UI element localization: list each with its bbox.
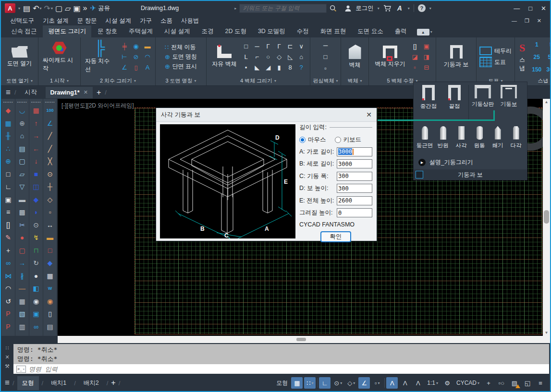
spline-icon[interactable]: ◡ [16, 104, 28, 117]
ribbon-item[interactable]: ∷전체 이동 [165, 43, 197, 51]
ribbon-tab[interactable]: 시설 설계 [159, 25, 195, 37]
ribbon-tab[interactable]: 2D 도형 [220, 25, 251, 37]
minimize-button[interactable]: — [514, 5, 520, 12]
wall-circle-icon[interactable]: ○ [263, 52, 273, 62]
ribbon-tab[interactable]: 3D 모델링 [253, 25, 291, 37]
object-snap-icon[interactable]: ▫▾ [371, 377, 383, 389]
wall-delete-icon[interactable]: ▣ [2, 193, 14, 206]
ok-button[interactable]: 확인 [320, 231, 351, 242]
maximize-button[interactable]: □ [528, 5, 532, 12]
ribbon-tab[interactable]: 문 창호 [92, 25, 122, 37]
field-input[interactable]: 2600 [337, 196, 372, 205]
circle-icon[interactable]: ⊕ [16, 117, 28, 130]
search-icon[interactable] [330, 5, 337, 12]
undo-icon[interactable]: ↶▾ [33, 4, 41, 13]
new-layout-button[interactable]: + [111, 379, 115, 387]
save-icon[interactable]: ▤ [23, 4, 30, 13]
polar-tracking-icon[interactable]: ⊙▾ [332, 377, 344, 389]
file-tabs-menu-icon[interactable]: ≡ [6, 88, 11, 97]
help-icon[interactable]: ? [418, 4, 426, 12]
flyout-item[interactable]: 기둥상판 [470, 85, 496, 108]
node-snap-icon[interactable]: ┼ [44, 180, 56, 193]
snap-angle-icon[interactable]: ∠ [358, 377, 370, 389]
status-layout-menu-icon[interactable]: ≡ [5, 378, 10, 388]
clean-screen-icon[interactable]: ◱ [522, 377, 533, 389]
panel-label[interactable]: 도면 열기▾ [1, 76, 38, 85]
rotate-icon[interactable]: ↺ [2, 295, 14, 308]
annotation-visibility-icon[interactable]: Λ [386, 377, 398, 389]
ribbon-item[interactable]: 도표 [479, 57, 512, 67]
ribbon-tab[interactable]: 주택설계 [123, 25, 158, 37]
rect-wall-icon[interactable]: □ [2, 168, 14, 181]
angle-snap-icon[interactable]: ∠ [44, 117, 56, 130]
panel-label[interactable]: 2 치수 그리기▾ [81, 76, 155, 85]
cart-icon[interactable] [383, 5, 392, 12]
blue-cube-icon[interactable]: ◆ [44, 257, 56, 270]
tab-start[interactable]: 시작 [20, 86, 42, 99]
user-icon[interactable] [344, 5, 352, 12]
ribbon-tab[interactable]: 조경 [196, 25, 219, 37]
clip-rect-icon[interactable]: ▢ [16, 244, 28, 257]
red-frame-icon[interactable]: □ [44, 244, 56, 257]
move-icon[interactable]: + [2, 244, 14, 257]
ribbon-tab[interactable]: 수정 [292, 25, 314, 37]
wall-rect-icon[interactable]: □ [241, 42, 251, 51]
hscroll-thumb[interactable] [296, 338, 306, 341]
redo-icon[interactable]: ↷▾ [44, 4, 53, 13]
wall-u-icon[interactable]: ⊏ [285, 42, 295, 51]
isometric-drafting-icon[interactable]: ◇▾ [345, 377, 357, 389]
wall-diag-icon[interactable]: ⌐ [252, 52, 262, 62]
snap-button[interactable]: S 스냅 [517, 42, 527, 72]
dim-area-icon[interactable]: ◉ [131, 42, 141, 51]
midpoint-snap-icon[interactable]: ╱ [44, 143, 56, 155]
cycad-start-icon[interactable]: ◆ [2, 104, 14, 117]
horizontal-scrollbar[interactable] [1, 336, 550, 343]
dim-horizontal-icon[interactable]: ↔ [44, 219, 56, 232]
field-input[interactable]: 0 [337, 208, 372, 217]
new-drawing-icon[interactable]: ▢ [55, 4, 62, 13]
copy-solid-icon[interactable]: ▱ [16, 168, 28, 181]
wall-button[interactable]: 벽체 [347, 45, 363, 69]
ecc-line-icon[interactable]: ─ [323, 41, 328, 50]
free-wall-icon[interactable]: ∟ [2, 180, 14, 193]
login-caret-icon[interactable]: ▾ [378, 6, 380, 11]
dim-linear-icon[interactable]: ⊢ [119, 52, 130, 62]
column-beam-button[interactable]: 기둥과 보 [442, 45, 470, 69]
flyout-column-type[interactable]: 쐐기 [489, 126, 507, 156]
dim-angle-icon[interactable]: ∠ [119, 63, 130, 72]
flyout-column-type[interactable]: 둥근면 [416, 126, 434, 156]
wall-tri3-icon[interactable]: ◢ [263, 63, 273, 72]
flyout-column-type[interactable]: 반원 [434, 126, 452, 156]
ecc-rect2-icon[interactable]: ▫ [324, 64, 327, 73]
flyout-column-type[interactable]: 다각 [507, 126, 525, 156]
wedge-icon[interactable]: ◆ [30, 193, 42, 206]
quick-view-icon[interactable]: ↯ [30, 231, 42, 244]
field-input[interactable]: 300 [337, 184, 372, 193]
cone-icon[interactable]: ▽ [16, 180, 28, 193]
viewport-controls[interactable]: [-][평면도][2D 와이어프레임] [61, 102, 134, 110]
nudge-down-icon[interactable]: ↓ [30, 155, 42, 168]
stretch-icon[interactable]: → [16, 257, 28, 270]
nudge-right-icon[interactable]: → [30, 130, 42, 143]
vertical-scrollbar[interactable]: ▲ ▼ [543, 99, 550, 336]
layout-tab-2[interactable]: 배치2 [79, 376, 104, 390]
measure-icon[interactable]: — [16, 282, 28, 295]
quadrant-snap-icon[interactable]: ◇ [44, 193, 56, 206]
vscroll-thumb[interactable] [544, 210, 549, 224]
endpoint-snap-icon[interactable]: ╱ [44, 130, 56, 143]
cycad-start-button[interactable]: 싸이캐드 시작 [41, 42, 78, 72]
wall-diamond-icon[interactable]: ◇ [274, 52, 284, 62]
dim-door-icon[interactable]: ▯ [131, 63, 141, 72]
doc-restore-button[interactable]: ❐ [525, 18, 529, 24]
wall-endcap-icon[interactable]: [] [2, 219, 14, 232]
field-input[interactable]: 3000 [337, 159, 372, 168]
table-icon[interactable]: ⊓ [30, 244, 42, 257]
command-customize-icon[interactable]: ⚒ [5, 363, 10, 369]
menu-item[interactable]: 선택도구 [7, 16, 37, 26]
model-space-button[interactable]: 모형 [274, 377, 290, 389]
grid-display-icon[interactable]: ▦ [291, 377, 303, 389]
wall-trim-icon[interactable]: ◪ [410, 52, 420, 62]
wall-l-icon[interactable]: L [241, 52, 251, 62]
crescent-icon[interactable]: ◗ [30, 206, 42, 219]
nudge-left-icon[interactable]: ← [30, 143, 42, 155]
